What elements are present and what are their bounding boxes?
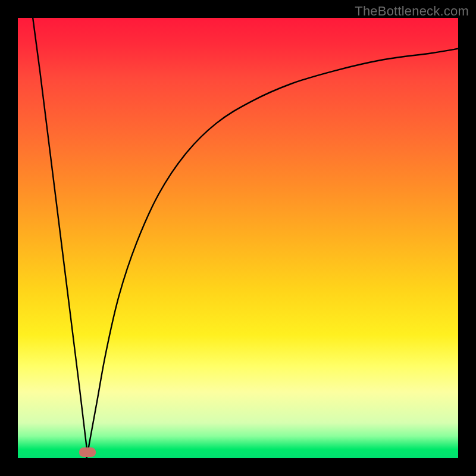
plot-area [18,18,458,458]
minimum-marker [79,447,96,457]
watermark-text: TheBottleneck.com [355,4,469,19]
chart-frame: TheBottleneck.com [0,0,476,476]
bottleneck-curve [18,18,458,458]
